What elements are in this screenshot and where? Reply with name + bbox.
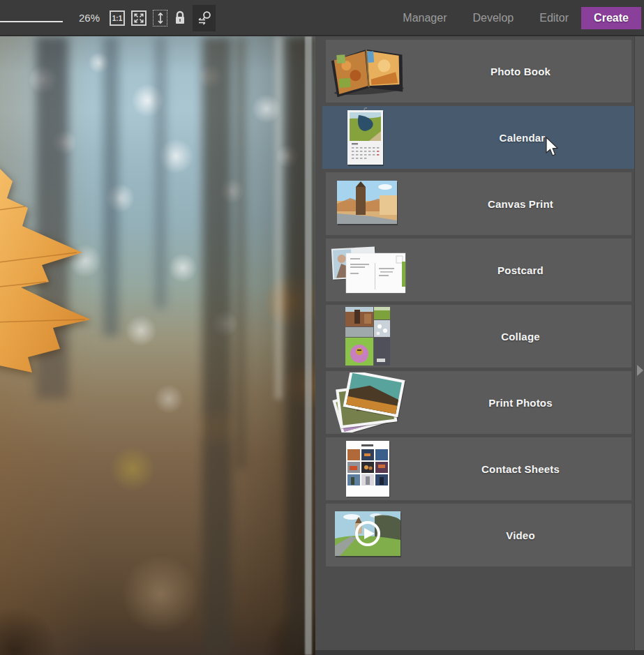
actual-size-label: 1:1 [112, 15, 122, 22]
tab-develop[interactable]: Develop [473, 12, 514, 24]
menu-item-print-photos[interactable]: Print Photos [326, 371, 631, 434]
postcard-thumbnail [326, 239, 410, 301]
menu-item-calendar[interactable]: Calendar [322, 106, 635, 169]
menu-item-postcard[interactable]: Postcard [326, 239, 631, 301]
menu-item-photo-book[interactable]: Photo Book [326, 40, 631, 103]
zoom-level-value[interactable]: 26% [79, 0, 100, 36]
menu-item-label: Print Photos [410, 371, 631, 434]
preview-vertical-band [305, 36, 312, 655]
maple-leaf [0, 148, 105, 378]
tree-trunk [202, 36, 232, 655]
menu-item-video[interactable]: Video [326, 504, 631, 566]
menu-item-label: Calendar [410, 106, 635, 169]
canvas-print-thumbnail [326, 172, 410, 235]
menu-item-label: Canvas Print [410, 172, 631, 235]
photo-book-thumbnail [326, 40, 410, 103]
bottom-bar [315, 650, 644, 655]
actual-size-icon[interactable]: 1:1 [110, 10, 125, 26]
collage-thumbnail [326, 305, 410, 368]
video-thumbnail [326, 504, 410, 566]
print-photos-thumbnail [326, 371, 410, 434]
menu-item-contact-sheets[interactable]: Contact Sheets [326, 437, 631, 500]
tree-trunk [103, 36, 119, 336]
create-panel: Photo Book [315, 36, 644, 650]
module-tabs: Manager Develop Editor Create [403, 0, 644, 36]
tree-trunk [236, 36, 246, 469]
lock-icon[interactable] [174, 10, 186, 26]
tab-editor[interactable]: Editor [539, 12, 569, 24]
menu-item-label: Photo Book [410, 40, 631, 103]
menu-item-label: Postcard [410, 239, 631, 301]
zoom-switch-icon[interactable] [193, 5, 216, 31]
tree-trunk [155, 36, 166, 308]
side-panel-strip [634, 36, 644, 650]
tab-create[interactable]: Create [581, 7, 641, 29]
menu-item-label: Video [410, 504, 631, 566]
fit-height-icon[interactable] [153, 10, 167, 27]
panel-expand-arrow[interactable] [637, 365, 643, 376]
tab-manager[interactable]: Manager [403, 12, 447, 24]
menu-item-label: Collage [410, 305, 631, 368]
fit-screen-icon[interactable] [131, 10, 147, 26]
photo-preview[interactable] [0, 36, 315, 655]
menu-item-canvas-print[interactable]: Canvas Print [326, 172, 631, 235]
top-toolbar: 26% 1:1 [0, 0, 644, 36]
contact-sheets-thumbnail [326, 437, 410, 500]
create-menu: Photo Book [326, 40, 631, 570]
tree-trunk [275, 36, 283, 399]
menu-item-label: Contact Sheets [410, 437, 631, 500]
calendar-thumbnail [322, 106, 410, 169]
toolbar-separator-line [0, 21, 63, 22]
mouse-cursor [545, 137, 562, 159]
menu-item-collage[interactable]: Collage [326, 305, 631, 368]
